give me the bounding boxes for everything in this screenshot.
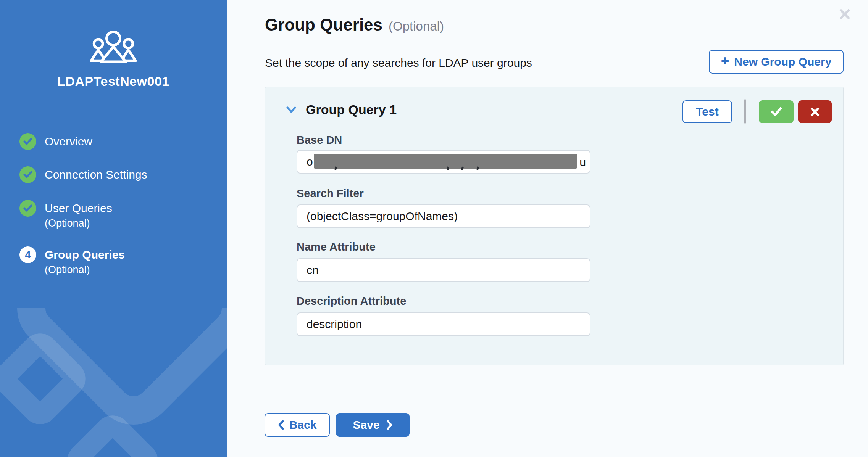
base-dn-label: Base DN xyxy=(297,134,342,146)
name-attribute-label: Name Attribute xyxy=(297,241,376,253)
search-filter-label: Search Filter xyxy=(297,187,364,200)
redaction-overlay xyxy=(314,154,577,169)
step-label: User Queries xyxy=(45,200,112,217)
card-header: Group Query 1 xyxy=(284,102,397,117)
main-panel: Group Queries (Optional) Set the scope o… xyxy=(228,0,868,457)
sidebar-step-user-queries[interactable]: User Queries (Optional) xyxy=(19,200,112,230)
redacted-text-artifact xyxy=(334,167,337,171)
check-icon xyxy=(771,107,782,116)
x-icon xyxy=(810,107,820,116)
step-number-badge: 4 xyxy=(19,246,36,263)
sidebar-header: LDAPTestNew001 xyxy=(0,31,227,89)
user-group-icon xyxy=(90,31,137,64)
chevron-left-icon xyxy=(278,420,284,430)
confirm-button[interactable] xyxy=(759,100,794,123)
sidebar: LDAPTestNew001 Overview Connection Setti… xyxy=(0,0,227,457)
redacted-text-artifact xyxy=(461,167,464,171)
step-complete-icon xyxy=(19,166,36,183)
base-dn-input[interactable]: o u xyxy=(297,150,590,174)
step-sublabel: (Optional) xyxy=(45,217,112,230)
page-title: Group Queries xyxy=(265,15,382,34)
test-button[interactable]: Test xyxy=(682,100,732,123)
redacted-text-artifact xyxy=(476,167,479,171)
save-label: Save xyxy=(353,418,379,431)
description-attribute-value: description xyxy=(307,318,362,331)
name-attribute-value: cn xyxy=(307,264,319,277)
button-divider xyxy=(744,99,746,124)
page-title-optional: (Optional) xyxy=(389,19,444,34)
sidebar-step-group-queries[interactable]: 4 Group Queries (Optional) xyxy=(19,246,125,276)
save-button[interactable]: Save xyxy=(336,413,410,437)
name-attribute-input[interactable]: cn xyxy=(297,258,590,282)
close-icon[interactable] xyxy=(838,8,851,21)
base-dn-value: o xyxy=(307,155,313,168)
page-subtitle: Set the scope of any searches for LDAP u… xyxy=(265,56,532,69)
redacted-text-artifact xyxy=(447,167,449,171)
search-filter-value: (objectClass=groupOfNames) xyxy=(307,210,458,223)
new-group-query-button[interactable]: + New Group Query xyxy=(709,50,844,74)
ldap-setup-modal: LDAPTestNew001 Overview Connection Setti… xyxy=(0,0,868,457)
page-title-row: Group Queries (Optional) xyxy=(265,15,444,34)
brand-watermark xyxy=(0,308,227,457)
collapse-chevron-icon[interactable] xyxy=(284,104,299,116)
card-title: Group Query 1 xyxy=(306,102,397,117)
description-attribute-label: Description Attribute xyxy=(297,295,406,307)
step-label: Group Queries xyxy=(45,246,125,263)
step-complete-icon xyxy=(19,200,36,217)
back-label: Back xyxy=(289,418,317,431)
back-button[interactable]: Back xyxy=(265,413,330,437)
base-dn-trailing-char: u xyxy=(579,156,586,169)
sidebar-step-connection-settings[interactable]: Connection Settings xyxy=(19,166,147,183)
delete-button[interactable] xyxy=(798,100,832,123)
step-sublabel: (Optional) xyxy=(45,263,125,276)
connection-name: LDAPTestNew001 xyxy=(0,74,227,89)
step-complete-icon xyxy=(19,133,36,150)
group-query-card: Group Query 1 Test Base DN o u xyxy=(265,87,844,365)
chevron-right-icon xyxy=(387,420,393,430)
search-filter-input[interactable]: (objectClass=groupOfNames) xyxy=(297,204,590,228)
plus-icon: + xyxy=(721,55,729,67)
new-group-query-label: New Group Query xyxy=(734,55,831,68)
sidebar-step-overview[interactable]: Overview xyxy=(19,133,92,150)
step-label: Overview xyxy=(45,133,92,150)
step-label: Connection Settings xyxy=(45,166,147,183)
description-attribute-input[interactable]: description xyxy=(297,312,590,336)
